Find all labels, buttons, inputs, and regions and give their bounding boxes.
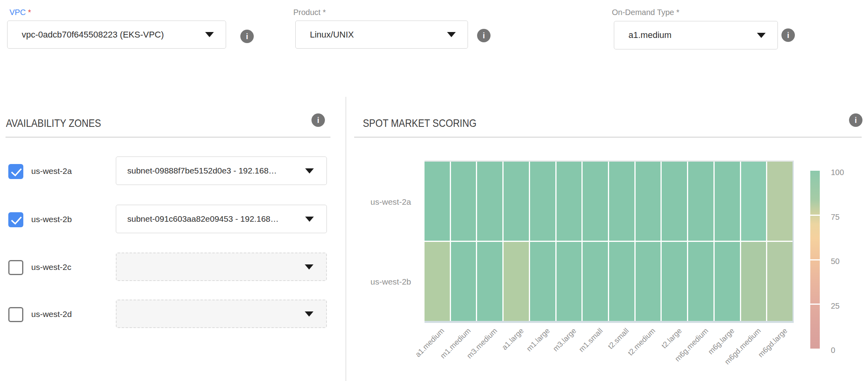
heatmap-grid: [425, 162, 793, 321]
required-asterisk: *: [323, 8, 326, 17]
az-zone-label: us-west-2a: [31, 164, 72, 179]
on-demand-type-select[interactable]: a1.medium: [614, 21, 778, 49]
subnet-select-us-west-2b[interactable]: subnet-091c603aa82e09453 - 192.168…: [116, 205, 327, 233]
checkbox-us-west-2b[interactable]: [8, 212, 23, 227]
checkbox-us-west-2c[interactable]: [8, 260, 23, 275]
page: VPC * vpc-0adcb70f645508223 (EKS-VPC) i …: [0, 0, 868, 381]
product-select[interactable]: Linux/UNIX: [295, 21, 468, 49]
subnet-select-us-west-2d[interactable]: [116, 300, 327, 328]
heatmap-cell-us-west-2a-m1.medium[interactable]: [451, 162, 476, 241]
chevron-down-icon: [305, 264, 313, 270]
colorbar-label-25: 25: [831, 301, 840, 310]
colorbar-label-50: 50: [831, 257, 840, 266]
heatmap-x-label-a1.large: a1.large: [500, 326, 525, 352]
heatmap-cell-us-west-2b-m3.large[interactable]: [557, 242, 582, 321]
colorbar-tick: [810, 215, 820, 216]
colorbar-label-100: 100: [831, 168, 844, 177]
az-zone-label: us-west-2c: [31, 260, 72, 275]
heatmap-cell-us-west-2b-m6g.medium[interactable]: [688, 242, 713, 321]
heatmap-cell-us-west-2b-m6gd.medium[interactable]: [741, 242, 766, 321]
heatmap-x-label-m1.large: m1.large: [525, 326, 552, 353]
heatmap-cell-us-west-2b-m1.small[interactable]: [583, 242, 608, 321]
heatmap-x-label-m3.large: m3.large: [551, 326, 578, 353]
on-demand-type-info-icon[interactable]: i: [781, 28, 795, 42]
vpc-select-value: vpc-0adcb70f645508223 (EKS-VPC): [8, 30, 205, 40]
heatmap-x-label-t2.large: t2.large: [660, 326, 683, 350]
on-demand-type-label: On-Demand Type *: [612, 8, 679, 17]
heatmap-cell-us-west-2b-t2.medium[interactable]: [636, 242, 661, 321]
heatmap-cell-us-west-2a-t2.medium[interactable]: [636, 162, 661, 241]
product-info-icon[interactable]: i: [477, 29, 491, 42]
heatmap-row-label-us-west-2a: us-west-2a: [352, 197, 411, 207]
heatmap-cell-us-west-2a-m3.medium[interactable]: [477, 162, 502, 241]
chevron-down-icon: [305, 168, 314, 174]
required-asterisk: *: [676, 8, 679, 17]
heatmap-cell-us-west-2b-a1.medium[interactable]: [425, 242, 450, 321]
chevron-down-icon: [305, 311, 313, 317]
availability-zones-title: AVAILABILITY ZONES: [6, 117, 118, 130]
availability-zones-info-icon[interactable]: i: [311, 113, 325, 127]
chevron-down-icon: [757, 33, 766, 38]
heatmap-cell-us-west-2b-m1.medium[interactable]: [451, 242, 476, 321]
checkbox-us-west-2a[interactable]: [8, 164, 23, 179]
heatmap-cell-us-west-2a-m1.small[interactable]: [583, 162, 608, 241]
heatmap-cell-us-west-2a-a1.medium[interactable]: [425, 162, 450, 241]
vpc-label: VPC *: [9, 8, 31, 17]
heatmap-cell-us-west-2a-m6g.medium[interactable]: [688, 162, 713, 241]
heatmap-cell-us-west-2a-m3.large[interactable]: [557, 162, 582, 241]
colorbar-label-75: 75: [831, 212, 840, 221]
on-demand-type-select-value: a1.medium: [614, 30, 757, 40]
checkbox-us-west-2d[interactable]: [8, 307, 23, 322]
chevron-down-icon: [447, 32, 456, 37]
heatmap-cell-us-west-2b-m1.large[interactable]: [530, 242, 555, 321]
heatmap-cell-us-west-2a-a1.large[interactable]: [504, 162, 529, 241]
colorbar-label-0: 0: [831, 346, 835, 355]
spot-market-scoring-divider: [354, 137, 862, 138]
heatmap-cell-us-west-2a-m1.large[interactable]: [530, 162, 555, 241]
chevron-down-icon: [205, 32, 214, 37]
az-zone-label: us-west-2d: [31, 307, 72, 322]
product-label: Product *: [293, 8, 326, 17]
vpc-select[interactable]: vpc-0adcb70f645508223 (EKS-VPC): [7, 21, 226, 49]
colorbar-tick: [810, 259, 820, 260]
az-row-us-west-2b: us-west-2b subnet-091c603aa82e09453 - 19…: [0, 205, 345, 234]
availability-zones-divider: [6, 137, 330, 138]
heatmap-cell-us-west-2a-m6gd.large[interactable]: [767, 162, 793, 241]
subnet-select-us-west-2a[interactable]: subnet-09888f7be5152d0e3 - 192.168…: [116, 157, 327, 185]
heatmap-x-label-m1.small: m1.small: [577, 326, 604, 354]
az-zone-label: us-west-2b: [31, 212, 72, 227]
required-asterisk: *: [28, 8, 31, 17]
subnet-select-value: subnet-091c603aa82e09453 - 192.168…: [116, 214, 305, 224]
colorbar-tick: [810, 304, 820, 305]
heatmap-cell-us-west-2b-m6gd.large[interactable]: [767, 242, 793, 321]
heatmap-x-label-t2.medium: t2.medium: [626, 326, 657, 357]
az-row-us-west-2a: us-west-2a subnet-09888f7be5152d0e3 - 19…: [0, 157, 345, 186]
heatmap-cell-us-west-2a-t2.small[interactable]: [609, 162, 634, 241]
spot-market-scoring-title: SPOT MARKET SCORING: [363, 117, 496, 130]
heatmap-cell-us-west-2a-m6gd.medium[interactable]: [741, 162, 766, 241]
product-select-value: Linux/UNIX: [296, 30, 447, 40]
az-row-us-west-2d: us-west-2d: [0, 300, 345, 329]
heatmap-cell-us-west-2b-m6g.large[interactable]: [715, 242, 740, 321]
heatmap-row-label-us-west-2b: us-west-2b: [352, 277, 411, 287]
chevron-down-icon: [305, 217, 314, 222]
heatmap-plot-area: [425, 160, 794, 323]
heatmap-x-label-t2.small: t2.small: [606, 326, 631, 351]
az-row-us-west-2c: us-west-2c: [0, 253, 345, 282]
heatmap-cell-us-west-2a-m6g.large[interactable]: [715, 162, 740, 241]
heatmap-cell-us-west-2b-t2.large[interactable]: [662, 242, 687, 321]
panel-divider: [345, 97, 346, 381]
heatmap-colorbar: [810, 171, 820, 349]
spot-market-scoring-info-icon[interactable]: i: [849, 113, 862, 127]
heatmap-cell-us-west-2a-t2.large[interactable]: [662, 162, 687, 241]
subnet-select-value: subnet-09888f7be5152d0e3 - 192.168…: [116, 166, 305, 175]
vpc-info-icon[interactable]: i: [240, 30, 254, 43]
heatmap-cell-us-west-2b-m3.medium[interactable]: [477, 242, 502, 321]
heatmap-cell-us-west-2b-t2.small[interactable]: [609, 242, 634, 321]
heatmap-cell-us-west-2b-a1.large[interactable]: [504, 242, 529, 321]
subnet-select-us-west-2c[interactable]: [116, 253, 327, 281]
